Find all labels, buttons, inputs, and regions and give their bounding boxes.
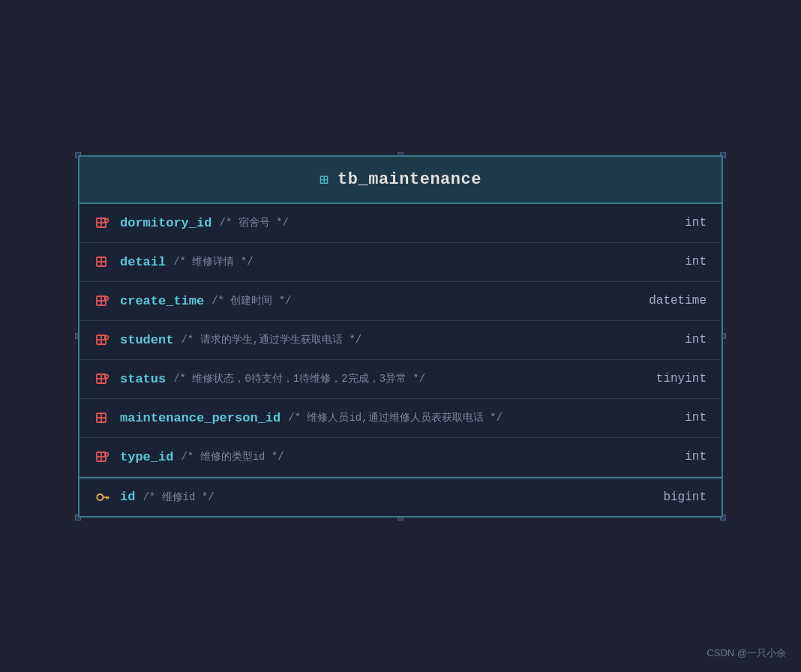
- field-name-id: id: [120, 490, 135, 504]
- svg-point-26: [97, 494, 103, 500]
- field-name-detail: detail: [120, 255, 166, 269]
- table-row-dormitory_id: dormitory_id /* 宿舍号 */ int: [80, 204, 722, 243]
- field-name-dormitory_id: dormitory_id: [120, 216, 212, 230]
- svg-point-3: [105, 219, 109, 223]
- field-name-maintenance_person_id: maintenance_person_id: [120, 411, 280, 425]
- field-comment-maintenance_person_id: /* 维修人员id,通过维修人员表获取电话 */: [288, 411, 670, 424]
- table-row-id: id /* 维修id */ bigint: [80, 477, 722, 516]
- field-type-maintenance_person_id: int: [670, 411, 706, 424]
- field-name-type_id: type_id: [120, 450, 173, 464]
- field-comment-dormitory_id: /* 宿舍号 */: [219, 216, 670, 230]
- field-type-student: int: [670, 333, 706, 346]
- svg-point-10: [105, 297, 109, 301]
- table-body: dormitory_id /* 宿舍号 */ int detail /* 维修详…: [80, 204, 722, 516]
- svg-point-25: [105, 453, 109, 457]
- field-name-status: status: [120, 372, 166, 386]
- field-comment-type_id: /* 维修的类型id */: [181, 450, 670, 464]
- table-row-maintenance_person_id: maintenance_person_id /* 维修人员id,通过维修人员表获…: [80, 399, 722, 438]
- field-type-create_time: datetime: [634, 294, 706, 308]
- field-type-detail: int: [670, 255, 706, 268]
- field-icon-maintenance_person_id: [94, 410, 111, 426]
- field-comment-id: /* 维修id */: [142, 490, 648, 504]
- table-title: tb_maintenance: [338, 170, 482, 189]
- field-icon-dormitory_id: [94, 214, 111, 231]
- field-icon-create_time: [94, 292, 111, 309]
- table-icon: ⊞: [320, 170, 328, 189]
- field-icon-student: [94, 332, 111, 348]
- field-type-id: bigint: [648, 490, 706, 504]
- table-header: ⊞ tb_maintenance: [80, 157, 722, 204]
- table-row-create_time: create_time /* 创建时间 */ datetime: [80, 282, 722, 321]
- table-card: ⊞ tb_maintenance dormitory_id /* 宿舍号 */ …: [78, 155, 723, 518]
- field-name-create_time: create_time: [120, 294, 204, 308]
- svg-point-14: [105, 336, 109, 340]
- field-type-dormitory_id: int: [670, 216, 706, 230]
- field-type-status: tinyint: [641, 372, 706, 386]
- table-row-status: status /* 维修状态，0待支付，1待维修，2完成，3异常 */ tiny…: [80, 360, 722, 399]
- field-icon-id: [94, 489, 111, 506]
- table-row-detail: detail /* 维修详情 */ int: [80, 243, 722, 282]
- field-type-type_id: int: [670, 450, 706, 464]
- field-comment-status: /* 维修状态，0待支付，1待维修，2完成，3异常 */: [173, 372, 641, 386]
- field-comment-create_time: /* 创建时间 */: [212, 294, 634, 308]
- field-icon-status: [94, 370, 111, 387]
- diagram-wrapper: ⊞ tb_maintenance dormitory_id /* 宿舍号 */ …: [78, 155, 723, 518]
- table-row-type_id: type_id /* 维修的类型id */ int: [80, 438, 722, 477]
- svg-point-18: [105, 375, 109, 379]
- field-comment-detail: /* 维修详情 */: [173, 255, 670, 268]
- field-icon-detail: [94, 254, 111, 270]
- table-row-student: student /* 请求的学生,通过学生获取电话 */ int: [80, 321, 722, 360]
- field-comment-student: /* 请求的学生,通过学生获取电话 */: [181, 333, 670, 346]
- field-icon-type_id: [94, 448, 111, 465]
- field-name-student: student: [120, 333, 173, 347]
- watermark: CSDN @一只小余: [706, 646, 786, 660]
